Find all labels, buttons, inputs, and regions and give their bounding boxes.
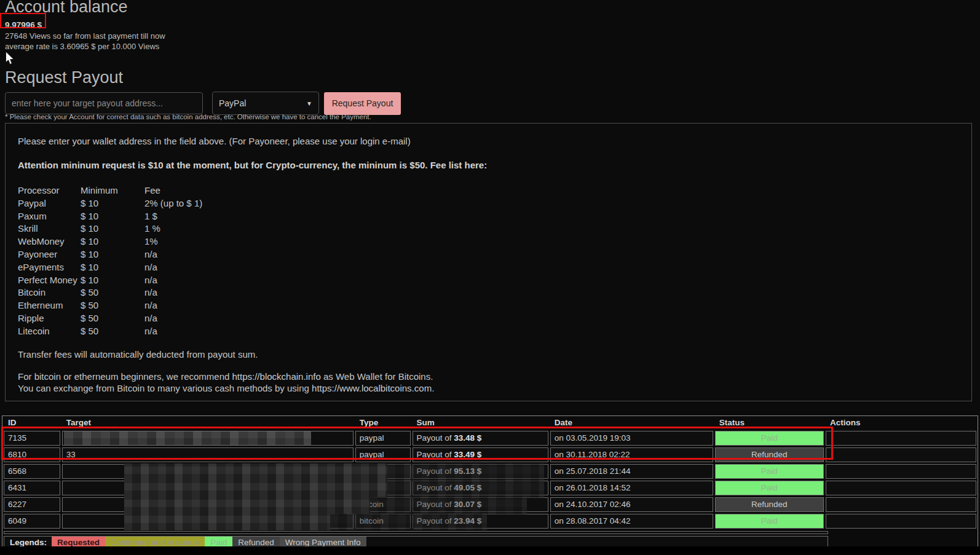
request-payout-button[interactable]: Request Payout bbox=[324, 92, 401, 115]
fee-cell: ePayments bbox=[18, 261, 81, 274]
fee-cell: n/a bbox=[144, 248, 329, 261]
cell-status: Paid bbox=[715, 514, 824, 529]
cell-date: on 28.08.2017 04:42 bbox=[550, 514, 713, 529]
table-row: 6431paypalPayout of 49.05 $on 26.01.2018… bbox=[4, 481, 976, 495]
fee-header-cell: Minimum bbox=[81, 184, 144, 197]
fee-cell: Litecoin bbox=[18, 325, 81, 338]
fee-cell: $ 50 bbox=[81, 286, 144, 299]
fee-cell: $ 10 bbox=[81, 210, 144, 223]
payout-note: * Please check your Account for correct … bbox=[5, 113, 371, 120]
status-badge: Paid bbox=[716, 514, 823, 528]
recommend-pre: For bitcoin or etherneum beginners, we r… bbox=[18, 371, 232, 382]
fee-cell: Etherneum bbox=[18, 299, 81, 312]
cell-date: on 26.01.2018 14:52 bbox=[550, 481, 713, 495]
blockchain-link[interactable]: https://blockchain.info bbox=[232, 371, 321, 382]
cell-id: 6810 bbox=[4, 447, 60, 462]
status-badge: Paid bbox=[716, 481, 823, 495]
table-row: 6568paypalPayout of 95.13 $on 25.07.2018… bbox=[4, 464, 976, 479]
cell-target bbox=[62, 514, 354, 529]
fee-cell: $ 50 bbox=[81, 312, 144, 325]
column-header-type: Type bbox=[355, 417, 411, 429]
fee-cell: n/a bbox=[144, 274, 329, 287]
cell-status: Paid bbox=[715, 464, 824, 479]
cell-actions bbox=[826, 514, 976, 529]
cell-date: on 03.05.2019 19:03 bbox=[550, 431, 713, 446]
cell-status: Paid bbox=[715, 481, 824, 495]
rate-line: average rate is 3.60965 $ per 10.000 Vie… bbox=[5, 41, 165, 52]
payout-address-input[interactable] bbox=[5, 92, 203, 114]
sum-value: 33.48 $ bbox=[454, 433, 481, 443]
cell-actions bbox=[826, 497, 976, 512]
fee-cell: $ 50 bbox=[81, 299, 144, 312]
fee-cell: 1% bbox=[144, 235, 329, 248]
cell-target bbox=[62, 481, 354, 495]
localbitcoins-link[interactable]: https://www.localbitcoins.com bbox=[312, 383, 432, 393]
fee-cell: $ 10 bbox=[81, 261, 144, 274]
wallet-instruction: Please enter your wallet address in the … bbox=[18, 136, 971, 146]
redacted-target-blur bbox=[124, 513, 330, 530]
fee-cell: $ 10 bbox=[81, 222, 144, 235]
cell-id: 6431 bbox=[4, 481, 60, 495]
cell-id: 6568 bbox=[4, 464, 60, 479]
cell-date: on 25.07.2018 21:44 bbox=[550, 464, 713, 479]
cell-id: 7135 bbox=[4, 431, 60, 446]
cell-actions bbox=[826, 447, 976, 462]
recommend-post: as Web Wallet for Bitcoins. bbox=[321, 371, 433, 382]
redacted-target-blur bbox=[124, 480, 387, 498]
balance-value: 9.97996 $ bbox=[5, 19, 165, 31]
fee-cell: $ 10 bbox=[81, 248, 144, 261]
transfer-fee-note: Transfer fees will automatically deducte… bbox=[18, 349, 971, 360]
fee-cell: 1 $ bbox=[144, 210, 329, 223]
table-row: 681033paypalPayout of 33.49 $on 30.11.20… bbox=[4, 447, 976, 462]
column-header-status: Status bbox=[715, 417, 824, 429]
page-title: Account balance bbox=[5, 0, 165, 17]
payout-info-box: Please enter your wallet address in the … bbox=[5, 123, 972, 401]
sum-prefix: Payout of bbox=[417, 433, 454, 443]
cell-actions bbox=[826, 431, 976, 446]
processor-selected-value: PayPal bbox=[219, 98, 246, 108]
column-header-target: Target bbox=[62, 417, 354, 429]
account-balance-section: Account balance 9.97996 $ 27648 Views so… bbox=[5, 0, 165, 52]
cell-target: 33 bbox=[62, 447, 354, 462]
fee-cell: 1 % bbox=[144, 222, 329, 235]
sum-value: 33.49 $ bbox=[454, 450, 481, 459]
cell-sum: Payout of 33.49 $ bbox=[413, 447, 548, 462]
payout-history-table: IDTargetTypeSumDateStatusActions 7135pay… bbox=[2, 415, 978, 552]
exchange-line: You can exchange from Bitcoin to many va… bbox=[18, 382, 971, 395]
chevron-down-icon: ▼ bbox=[306, 100, 312, 107]
fee-cell: Perfect Money bbox=[18, 274, 81, 287]
table-header-row: IDTargetTypeSumDateStatusActions bbox=[4, 417, 976, 429]
column-header-actions: Actions bbox=[826, 417, 976, 429]
fee-cell: Payoneer bbox=[18, 248, 81, 261]
processor-select[interactable]: PayPal ▼ bbox=[212, 92, 319, 115]
status-badge: Refunded bbox=[716, 498, 823, 511]
fee-cell: $ 50 bbox=[81, 325, 144, 338]
cell-date: on 30.11.2018 02:22 bbox=[550, 447, 713, 462]
table-row: 6227bitcoinPayout of 30.07 $on 24.10.201… bbox=[4, 497, 976, 512]
views-line: 27648 Views so far from last payment til… bbox=[5, 31, 165, 41]
fee-cell: n/a bbox=[144, 312, 329, 325]
fee-cell: 2% (up to $ 1) bbox=[144, 197, 329, 210]
status-badge: Paid bbox=[716, 431, 823, 445]
fee-cell: n/a bbox=[144, 299, 329, 312]
fee-cell: $ 10 bbox=[81, 274, 144, 287]
cell-type: paypal bbox=[355, 447, 411, 462]
fee-cell: WebMoney bbox=[18, 235, 81, 248]
fee-cell: n/a bbox=[144, 286, 329, 299]
cell-actions bbox=[826, 464, 976, 479]
redacted-target-blur bbox=[124, 463, 387, 481]
fee-cell: Paypal bbox=[18, 197, 81, 210]
cell-actions bbox=[826, 481, 976, 495]
exchange-pre: You can exchange from Bitcoin to many va… bbox=[18, 383, 312, 393]
cell-target bbox=[62, 497, 354, 512]
cell-sum: Payout of 33.48 $ bbox=[413, 431, 548, 446]
status-badge: Refunded bbox=[716, 448, 823, 462]
fee-header-cell: Processor bbox=[18, 184, 81, 197]
cell-status: Refunded bbox=[715, 497, 824, 512]
fee-cell: Skrill bbox=[18, 222, 81, 235]
sum-prefix: Payout of bbox=[417, 450, 454, 459]
cell-target bbox=[62, 431, 354, 446]
redacted-target-blur bbox=[64, 431, 311, 445]
recommend-line: For bitcoin or etherneum beginners, we r… bbox=[18, 371, 971, 383]
request-controls: PayPal ▼ Request Payout bbox=[5, 92, 401, 115]
